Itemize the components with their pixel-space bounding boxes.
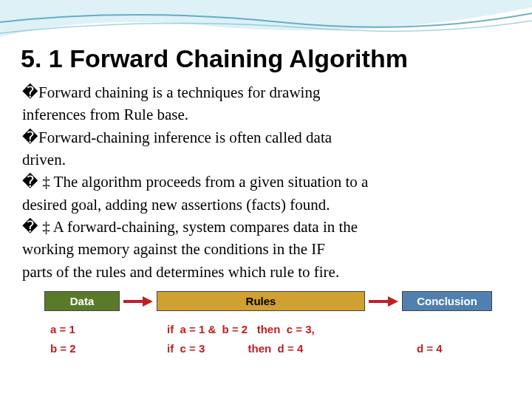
conclusion-value: d = 4: [417, 339, 505, 358]
bullet-line: inferences from Rule base.: [22, 106, 188, 123]
data-value: b = 2: [50, 339, 124, 358]
rule-value: if a = 1 & b = 2 then c = 3,: [167, 320, 374, 339]
arrow-icon: [120, 296, 157, 307]
data-value: a = 1: [50, 320, 124, 339]
diagram-conclusion-column: d = 4: [411, 320, 505, 358]
bullet-line: parts of the rules and determines which …: [22, 263, 339, 281]
bullet-line: � ‡ The algorithm proceeds from a given …: [22, 173, 368, 191]
slide-title: 5. 1 Forward Chaining Algorithm: [21, 44, 532, 73]
arrow-icon: [365, 296, 402, 307]
bullet-line: working memory against the conditions in…: [22, 240, 325, 258]
bullet-line: � ‡ A forward-chaining, system compares …: [22, 218, 358, 236]
bullet-line: �Forward chaining is a techniques for dr…: [22, 83, 320, 101]
diagram-header-data: Data: [44, 291, 120, 311]
rule-value: if c = 3 then d = 4: [167, 339, 374, 358]
diagram-header-conclusion: Conclusion: [402, 291, 492, 311]
bullet-line: desired goal, adding new assertions (fac…: [22, 196, 330, 214]
forward-chaining-diagram: Data Rules Conclusion a = 1 b = 2 if a =…: [44, 291, 510, 358]
body-text: �Forward chaining is a techniques for dr…: [22, 82, 510, 282]
diagram-rules-column: if a = 1 & b = 2 then c = 3, if c = 3 th…: [161, 320, 374, 358]
bullet-line: �Forward-chaining inference is often cal…: [22, 129, 332, 146]
diagram-data-column: a = 1 b = 2: [44, 320, 124, 358]
diagram-header-rules: Rules: [157, 291, 365, 311]
bullet-line: driven.: [22, 151, 66, 168]
